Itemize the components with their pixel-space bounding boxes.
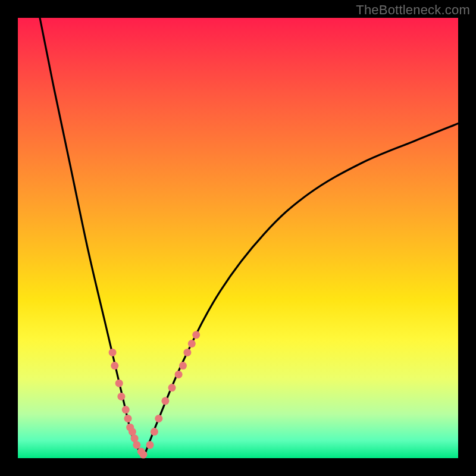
- marker-dot: [109, 349, 117, 356]
- marker-dot: [124, 415, 132, 422]
- marker-dot: [161, 397, 169, 405]
- marker-dot: [168, 384, 176, 392]
- marker-dots: [109, 331, 201, 458]
- marker-dot: [179, 362, 187, 369]
- marker-dot: [117, 393, 125, 400]
- marker-dot: [175, 371, 183, 378]
- marker-dot: [183, 349, 191, 356]
- outer-frame: TheBottleneck.com: [0, 0, 476, 476]
- marker-dot: [188, 340, 196, 347]
- marker-dot: [146, 441, 154, 449]
- marker-dot: [129, 428, 136, 436]
- marker-dot: [139, 451, 147, 459]
- marker-dot: [192, 331, 200, 339]
- marker-dot: [115, 380, 123, 387]
- marker-dot: [122, 406, 130, 414]
- chart-overlay: [18, 18, 458, 458]
- watermark-text: TheBottleneck.com: [356, 2, 470, 18]
- marker-dot: [111, 362, 118, 369]
- marker-dot: [155, 415, 162, 422]
- marker-dot: [133, 441, 140, 449]
- marker-dot: [131, 434, 139, 442]
- marker-dot: [151, 428, 158, 436]
- v-curve: [40, 18, 458, 462]
